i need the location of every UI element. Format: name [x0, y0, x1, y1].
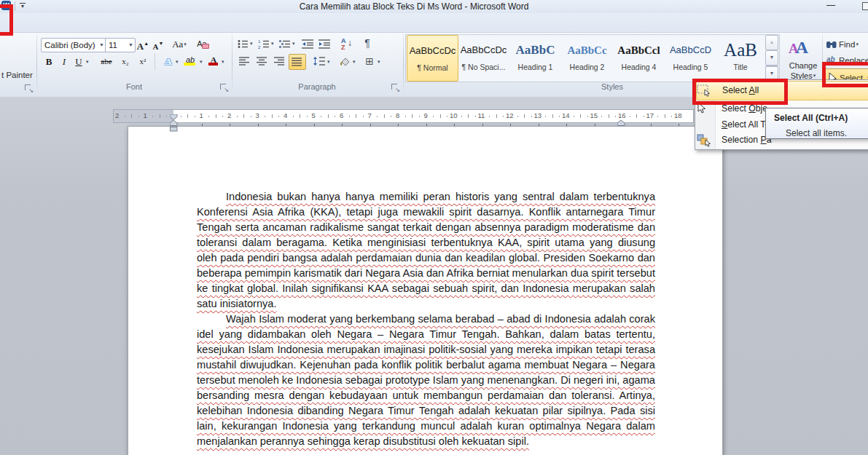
bold-button[interactable]: B	[42, 55, 55, 68]
ruler-tick	[300, 114, 300, 118]
ruler-tick	[384, 114, 385, 118]
ruler-tick	[251, 116, 251, 117]
format-painter-label-partial[interactable]: t Painter	[1, 71, 33, 79]
bullets-button[interactable]	[238, 39, 249, 49]
annotation-box-home-tab	[0, 4, 13, 36]
highlight-button[interactable]: ab	[182, 53, 198, 67]
ruler-tick	[265, 116, 265, 117]
underline-dropdown-icon[interactable]: ▾	[86, 59, 89, 65]
text-effects-button[interactable]: A	[160, 55, 176, 68]
ruler-tick	[187, 114, 188, 118]
clear-formatting-button[interactable]: Aa	[194, 37, 210, 51]
numbering-button[interactable]: 12	[258, 39, 270, 49]
style-heading5[interactable]: AaBbCcD Heading 5	[665, 35, 716, 80]
title-bar: W ▾ Cara Memilih atau Block Teks Di Ms W…	[0, 0, 868, 13]
select-all-tooltip: Select All (Ctrl+A) Select all items.	[765, 108, 868, 139]
borders-button[interactable]: ⊞	[363, 55, 376, 68]
ruler-tick	[475, 116, 476, 117]
underline-button[interactable]: U	[73, 55, 85, 68]
style-heading2[interactable]: AaBbCc Heading 2	[562, 35, 612, 80]
borders-dropdown-icon[interactable]: ▾	[378, 59, 380, 65]
ruler-tick	[433, 116, 434, 117]
grow-font-button[interactable]: A▲	[136, 37, 150, 51]
paragraph[interactable]: Wajah Islam moderat yang berkembang sela…	[197, 312, 655, 449]
ruler-tick	[314, 124, 315, 126]
clipboard-dialog-launcher[interactable]	[25, 84, 33, 92]
tooltip-body: Select all items.	[774, 128, 868, 138]
ruler-number: 11	[478, 111, 485, 120]
ruler-tick	[630, 116, 630, 117]
ruler-tick	[595, 124, 595, 126]
multilevel-list-button[interactable]	[279, 39, 291, 49]
style-heading1[interactable]: AaBbC Heading 1	[510, 35, 560, 80]
align-center-button[interactable]	[257, 57, 267, 66]
style-no-spacing[interactable]: AaBbCcDc ¶ No Spaci...	[458, 35, 509, 80]
bullets-dropdown-icon[interactable]: ▾	[250, 41, 253, 47]
ruler-tick	[657, 116, 658, 117]
right-indent-marker[interactable]	[617, 116, 625, 129]
align-right-button[interactable]	[274, 57, 285, 66]
text-effects-dropdown-icon[interactable]: ▾	[176, 59, 179, 65]
ruler-tick	[160, 114, 160, 118]
ruler-tick	[524, 114, 525, 118]
line-spacing-button[interactable]	[313, 57, 326, 66]
font-group-label: Font	[105, 82, 163, 92]
group-separator	[403, 34, 404, 95]
font-color-dropdown-icon[interactable]: ▾	[222, 59, 224, 65]
paragraph-dialog-launcher[interactable]	[391, 84, 399, 92]
ruler-tick	[587, 116, 588, 117]
gallery-scroll-up-button[interactable]: ▲	[765, 35, 778, 50]
numbering-dropdown-icon[interactable]: ▾	[271, 41, 274, 47]
paragraph[interactable]: Indonesia bukan hanya hanya memiliki per…	[197, 189, 655, 312]
minimize-icon[interactable]: —	[824, 0, 838, 12]
justify-button[interactable]	[289, 54, 306, 70]
shading-button[interactable]	[340, 56, 351, 66]
ruler-tick	[440, 114, 441, 118]
gallery-scroll-down-button[interactable]: ▼	[765, 50, 778, 66]
change-case-button[interactable]: Aa▾	[171, 37, 188, 51]
ruler-tick	[202, 124, 203, 126]
ruler-tick	[138, 116, 139, 117]
ruler-tick	[651, 124, 652, 126]
italic-button[interactable]: I	[58, 55, 70, 68]
style-normal[interactable]: AaBbCcDc ¶ Normal	[407, 35, 458, 82]
ruler-tick	[230, 124, 230, 126]
superscript-button[interactable]: x²	[136, 55, 150, 68]
chevron-down-icon[interactable]: ▼	[99, 39, 104, 52]
ruler-tick	[222, 116, 223, 117]
change-styles-button[interactable]: Change Styles▾	[781, 61, 825, 81]
font-dialog-launcher[interactable]	[220, 84, 228, 92]
increase-indent-button[interactable]	[318, 39, 331, 49]
ruler-tick	[545, 116, 546, 117]
restore-icon[interactable]	[862, 2, 868, 10]
document-text[interactable]: Indonesia bukan hanya hanya memiliki per…	[197, 189, 655, 449]
ruler-number: 8	[396, 111, 399, 120]
shading-dropdown-icon[interactable]: ▾	[353, 59, 356, 65]
ruler-tick	[286, 124, 286, 126]
shrink-font-button[interactable]: A▼	[152, 37, 165, 51]
font-name-combo[interactable]: Calibri (Body)▼	[41, 38, 106, 52]
highlight-dropdown-icon[interactable]: ▾	[200, 59, 203, 65]
align-left-button[interactable]	[239, 57, 250, 66]
subscript-button[interactable]: x₂	[118, 55, 133, 68]
find-button[interactable]: Find▾	[839, 37, 859, 52]
show-marks-button[interactable]: ¶	[360, 36, 375, 50]
ruler-number: 3	[256, 111, 259, 120]
left-indent-marker[interactable]	[170, 122, 178, 135]
style-heading4[interactable]: AaBbCcl Heading 4	[614, 35, 664, 80]
chevron-down-icon[interactable]: ▼	[128, 39, 133, 52]
svg-text:1: 1	[258, 39, 261, 44]
decrease-indent-button[interactable]	[302, 39, 314, 49]
ruler-tick	[552, 114, 553, 118]
font-color-button[interactable]: A	[207, 53, 220, 67]
strikethrough-button[interactable]: abe	[96, 55, 117, 68]
change-styles-icon: AA	[789, 38, 808, 58]
ruler-tick	[356, 114, 356, 118]
line-spacing-dropdown-icon[interactable]: ▾	[327, 59, 330, 65]
font-size-combo[interactable]: 11▼	[105, 38, 136, 52]
ruler-number: 13	[534, 111, 542, 120]
multilevel-dropdown-icon[interactable]: ▾	[292, 41, 295, 47]
ruler-number: 1	[144, 111, 147, 120]
ruler-tick	[580, 114, 581, 118]
style-title[interactable]: AaB Title	[717, 35, 764, 80]
